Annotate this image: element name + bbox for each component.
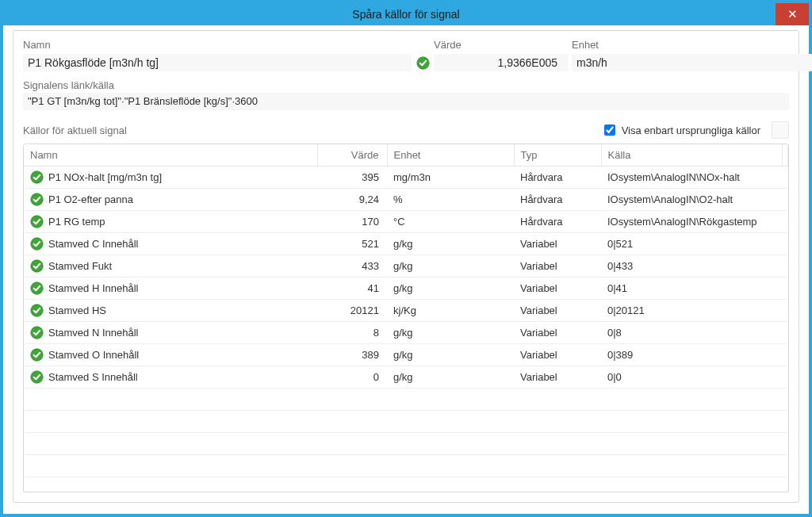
unknown-toolbar-button[interactable] (772, 121, 789, 139)
check-icon (30, 326, 44, 339)
cell-value: 433 (317, 255, 387, 278)
table-row[interactable]: Stamved C Innehåll521g/kgVariabel0|521 (24, 233, 788, 255)
check-icon (30, 370, 44, 384)
sources-title: Källor för aktuell signal (23, 124, 601, 136)
cell-source: IOsystem\AnalogIN\O2-halt (601, 189, 782, 211)
signal-status (415, 56, 431, 70)
cell-name: Stamved HS (24, 300, 317, 322)
table-row-empty (24, 411, 788, 433)
link-section: Signalens länk/källa "P1 GT [m3n/kg tot]… (23, 79, 789, 110)
cell-source: 0|521 (601, 233, 782, 255)
cell-type: Variabel (514, 233, 601, 255)
cell-source: IOsystem\AnalogIN\NOx-halt (601, 167, 782, 189)
cell-pad (782, 366, 788, 389)
check-icon (30, 193, 44, 206)
table-row[interactable]: Stamved H Innehåll41g/kgVariabel0|41 (24, 278, 788, 300)
row-name: P1 RG temp (48, 216, 105, 228)
cell-unit: kj/Kg (387, 300, 514, 322)
col-header-source[interactable]: Källa (601, 144, 782, 167)
check-icon (30, 170, 44, 184)
cell-pad (782, 255, 788, 278)
cell-unit: °C (387, 211, 514, 233)
table-row[interactable]: P1 O2-efter panna9,24%HårdvaraIOsystem\A… (24, 189, 788, 211)
window-title: Spåra källor för signal (352, 8, 459, 21)
table-row-empty (24, 389, 788, 411)
table-row[interactable]: P1 NOx-halt [mg/m3n tg]395mg/m3nHårdvara… (24, 167, 788, 189)
cell-name: Stamved Fukt (24, 255, 317, 278)
table-header-row: Namn Värde Enhet Typ Källa (24, 144, 788, 167)
cell-name: Stamved C Innehåll (24, 233, 317, 255)
cell-unit: % (387, 189, 514, 211)
check-icon (416, 56, 430, 70)
titlebar: Spåra källor för signal ✕ (3, 3, 809, 25)
check-icon (30, 237, 44, 251)
cell-unit: mg/m3n (387, 167, 514, 189)
table-row-empty (24, 455, 788, 477)
cell-value: 9,24 (317, 189, 387, 211)
table-row[interactable]: Stamved S Innehåll0g/kgVariabel0|0 (24, 366, 788, 389)
cell-source: 0|41 (601, 278, 782, 300)
col-header-type[interactable]: Typ (514, 144, 601, 167)
cell-value: 8 (317, 322, 387, 344)
cell-pad (782, 189, 788, 211)
cell-source: 0|433 (601, 255, 782, 278)
cell-name: Stamved S Innehåll (24, 366, 317, 389)
check-icon (30, 259, 44, 273)
label-unit: Enhet (572, 39, 812, 52)
cell-unit: g/kg (387, 255, 514, 278)
cell-name: P1 NOx-halt [mg/m3n tg] (24, 167, 317, 189)
cell-name: Stamved N Innehåll (24, 322, 317, 344)
table-row[interactable]: Stamved HS20121kj/KgVariabel0|20121 (24, 300, 788, 322)
cell-name: Stamved O Innehåll (24, 344, 317, 366)
cell-pad (782, 322, 788, 344)
signal-name-field: P1 Rökgasflöde [m3n/h tg] (23, 54, 412, 71)
cell-value: 0 (317, 366, 387, 389)
label-name: Namn (23, 39, 412, 52)
col-header-value[interactable]: Värde (317, 144, 387, 167)
check-icon (30, 281, 44, 295)
cell-pad (782, 211, 788, 233)
cell-name: P1 RG temp (24, 211, 317, 233)
cell-value: 395 (317, 167, 387, 189)
check-icon (30, 215, 44, 228)
cell-source: 0|389 (601, 344, 782, 366)
filter-checkbox[interactable] (604, 124, 615, 136)
signal-unit-field: m3n/h (572, 54, 812, 71)
signal-header: Namn Värde Enhet P1 Rökgasflöde [m3n/h t… (23, 39, 789, 71)
cell-value: 41 (317, 278, 387, 300)
check-icon (30, 348, 44, 362)
cell-pad (782, 300, 788, 322)
cell-pad (782, 233, 788, 255)
filter-label: Visa enbart ursprungliga källor (622, 124, 760, 136)
table-row[interactable]: P1 RG temp170°CHårdvaraIOsystem\AnalogIN… (24, 211, 788, 233)
cell-pad (782, 278, 788, 300)
close-button[interactable]: ✕ (776, 3, 809, 25)
row-name: Stamved H Innehåll (48, 282, 138, 294)
close-icon: ✕ (787, 7, 798, 21)
main-panel: Namn Värde Enhet P1 Rökgasflöde [m3n/h t… (13, 30, 799, 503)
cell-value: 389 (317, 344, 387, 366)
cell-name: Stamved H Innehåll (24, 278, 317, 300)
col-header-name[interactable]: Namn (24, 144, 317, 167)
cell-source: IOsystem\AnalogIN\Rökgastemp (601, 211, 782, 233)
row-name: P1 O2-efter panna (48, 193, 133, 205)
row-name: Stamved C Innehåll (48, 238, 138, 250)
row-name: Stamved S Innehåll (48, 371, 138, 383)
filter-original-sources[interactable]: Visa enbart ursprungliga källor (601, 122, 760, 138)
cell-value: 20121 (317, 300, 387, 322)
cell-type: Variabel (514, 322, 601, 344)
cell-unit: g/kg (387, 366, 514, 389)
table-row[interactable]: Stamved Fukt433g/kgVariabel0|433 (24, 255, 788, 278)
cell-type: Variabel (514, 278, 601, 300)
label-value: Värde (434, 39, 569, 52)
col-header-unit[interactable]: Enhet (387, 144, 514, 167)
cell-type: Variabel (514, 366, 601, 389)
cell-source: 0|0 (601, 366, 782, 389)
cell-value: 170 (317, 211, 387, 233)
cell-type: Hårdvara (514, 167, 601, 189)
content-area: Namn Värde Enhet P1 Rökgasflöde [m3n/h t… (3, 25, 809, 512)
table-row[interactable]: Stamved O Innehåll389g/kgVariabel0|389 (24, 344, 788, 366)
cell-unit: g/kg (387, 344, 514, 366)
table-row[interactable]: Stamved N Innehåll8g/kgVariabel0|8 (24, 322, 788, 344)
cell-type: Variabel (514, 344, 601, 366)
